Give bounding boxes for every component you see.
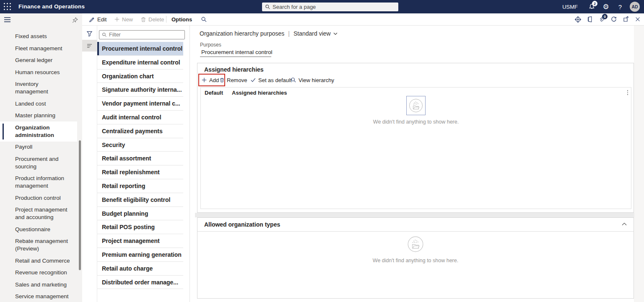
options-button[interactable]: Options	[171, 13, 192, 25]
list-item[interactable]: Signature authority interna...	[97, 83, 183, 97]
module-list: Fixed assets Fleet management General le…	[0, 33, 82, 302]
attachments-button[interactable]: 0	[599, 16, 605, 23]
checkmark-icon	[250, 77, 256, 83]
section-title: Assigned hierarchies	[204, 66, 264, 73]
purposes-underline	[200, 57, 271, 57]
list-item[interactable]: Premium earning generation	[97, 248, 183, 262]
filter-placeholder: Filter	[109, 32, 121, 38]
purpose-list: Procurement internal control Expenditure…	[97, 42, 183, 289]
user-avatar[interactable]: AD	[630, 2, 640, 12]
toolbar-separator	[166, 16, 166, 23]
notifications-button[interactable]: 2	[584, 0, 599, 13]
page-search-input[interactable]: Search for a page	[262, 3, 398, 11]
view-hierarchy-button[interactable]: View hierarchy	[291, 75, 334, 85]
sidebar-item-rebate-management-preview[interactable]: Rebate management (Preview)	[0, 237, 77, 257]
close-icon[interactable]	[635, 16, 641, 22]
page-title: Organization hierarchy purposes	[200, 30, 284, 37]
column-header-assigned-hierarchies[interactable]: Assigned hierarchies	[232, 90, 287, 96]
list-item[interactable]: Retail replenishment	[97, 165, 183, 179]
add-button[interactable]: Add	[201, 75, 219, 85]
company-selector[interactable]: USMF	[562, 4, 578, 10]
sidebar-item-fixed-assets[interactable]: Fixed assets	[0, 33, 77, 45]
new-button[interactable]: New	[114, 13, 133, 25]
column-options-icon[interactable]	[627, 90, 628, 95]
sidebar-item-general-ledger[interactable]: General ledger	[0, 57, 77, 69]
attachment-badge: 0	[602, 14, 608, 19]
sidebar-scrollbar[interactable]	[79, 140, 81, 270]
section-header[interactable]: Allowed organization types	[197, 218, 634, 232]
refresh-icon[interactable]	[610, 16, 617, 23]
list-item[interactable]: Retail auto charge	[97, 262, 183, 276]
open-in-new-window-icon[interactable]	[623, 16, 629, 23]
list-item[interactable]: Centralized payments	[97, 124, 183, 138]
list-item[interactable]: Distributed order manage...	[97, 276, 183, 289]
waffle-icon[interactable]	[4, 3, 11, 10]
settings-button[interactable]: ⚙	[599, 0, 613, 13]
action-search-button[interactable]	[201, 13, 207, 25]
list-item[interactable]: Retail POS posting	[97, 220, 183, 234]
sidebar-item-organization-administration[interactable]: Organization administration	[0, 121, 77, 142]
set-as-default-button[interactable]: Set as default	[250, 75, 292, 85]
assigned-hierarchies-section: Assigned hierarchies Add Remove Set as	[197, 63, 634, 213]
search-icon	[291, 77, 296, 83]
main-content: Organization hierarchy purposes | Standa…	[190, 26, 644, 302]
sidebar-item-production-control[interactable]: Production control	[0, 194, 77, 206]
list-item[interactable]: Procurement internal control	[97, 42, 183, 56]
action-pane: Edit New Delete Options	[82, 13, 644, 26]
trash-icon	[140, 16, 146, 23]
notification-badge: 2	[592, 1, 597, 6]
section-title: Allowed organization types	[204, 221, 280, 228]
list-item[interactable]: Retail assortment	[97, 152, 183, 165]
list-item[interactable]: Retail reporting	[97, 179, 183, 193]
list-item[interactable]: Vendor payment internal c...	[97, 97, 183, 111]
help-button[interactable]: ?	[613, 0, 627, 13]
sidebar-item-revenue-recognition[interactable]: Revenue recognition	[0, 269, 77, 281]
sort-list-icon[interactable]	[82, 40, 97, 52]
office-icon[interactable]	[587, 16, 593, 23]
title-separator: |	[288, 30, 290, 37]
list-item[interactable]: Organization chart	[97, 70, 183, 83]
search-icon	[201, 16, 207, 23]
sidebar-item-sales-and-marketing[interactable]: Sales and marketing	[0, 281, 77, 293]
view-selector[interactable]: Standard view	[293, 30, 338, 37]
sidebar-item-service-management[interactable]: Service management	[0, 293, 77, 302]
sidebar-item-procurement-and-sourcing[interactable]: Procurement and sourcing	[0, 155, 77, 175]
list-item[interactable]: Project management	[97, 234, 183, 248]
plus-icon	[114, 16, 120, 22]
filter-input[interactable]: Filter	[99, 30, 185, 39]
sidebar-item-payroll[interactable]: Payroll	[0, 143, 77, 155]
sidebar-item-fleet-management[interactable]: Fleet management	[0, 45, 77, 57]
hamburger-icon[interactable]	[4, 17, 11, 23]
remove-button[interactable]: Remove	[219, 75, 247, 85]
list-item[interactable]: Audit internal control	[97, 111, 183, 124]
filter-funnel-icon[interactable]	[82, 28, 97, 39]
chevron-down-icon	[333, 32, 338, 35]
list-item[interactable]: Expenditure internal control	[97, 56, 183, 70]
purposes-value[interactable]: Procurement internal control	[201, 49, 273, 55]
section-gap	[195, 213, 634, 217]
edit-button[interactable]: Edit	[89, 13, 106, 25]
navigation-sidebar: Fixed assets Fleet management General le…	[0, 13, 82, 302]
chevron-up-icon[interactable]	[622, 222, 627, 226]
sidebar-item-inventory-management[interactable]: Inventory management	[0, 80, 77, 100]
sidebar-item-questionnaire[interactable]: Questionnaire	[0, 226, 77, 238]
column-header-default[interactable]: Default	[205, 90, 223, 96]
sidebar-item-human-resources[interactable]: Human resources	[0, 69, 77, 81]
sidebar-item-project-management-and-accounting[interactable]: Project management and accounting	[0, 206, 77, 226]
help-icon: ?	[618, 3, 622, 10]
list-item[interactable]: Benefit eligibility control	[97, 193, 183, 207]
pin-icon[interactable]	[72, 17, 78, 23]
allowed-organization-types-section: Allowed organization types W	[197, 217, 634, 299]
record-list-panel: Filter Procurement internal control Expe…	[82, 26, 190, 302]
search-icon	[265, 4, 270, 10]
app-title: Finance and Operations	[18, 0, 85, 13]
sidebar-item-retail-and-commerce[interactable]: Retail and Commerce	[0, 257, 77, 269]
list-item[interactable]: Budget planning	[97, 207, 183, 221]
delete-button[interactable]: Delete	[140, 13, 164, 25]
diamond-grid-icon[interactable]	[574, 16, 582, 23]
empty-message: We didn't find anything to show here.	[373, 119, 459, 125]
plus-icon	[201, 77, 207, 83]
list-item[interactable]: Security	[97, 138, 183, 152]
sidebar-item-product-information-management[interactable]: Product information management	[0, 175, 77, 194]
sidebar-item-landed-cost[interactable]: Landed cost	[0, 100, 77, 112]
